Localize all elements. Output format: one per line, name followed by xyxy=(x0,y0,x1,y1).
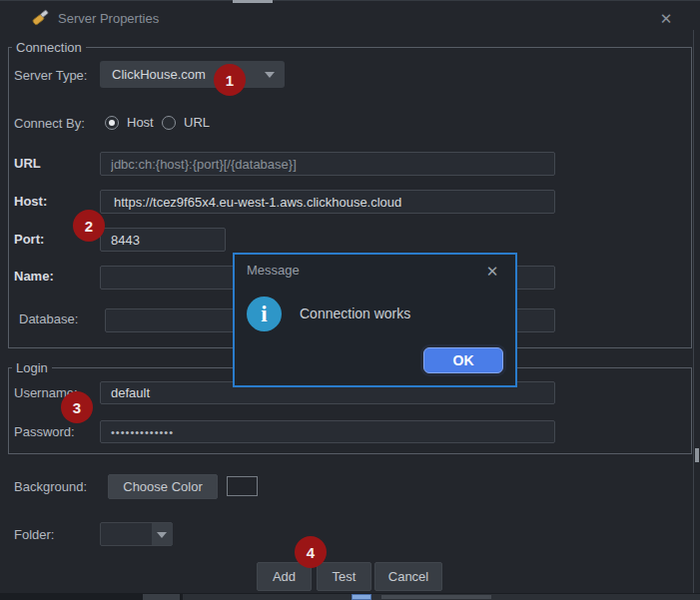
background-window-fragment xyxy=(143,594,180,600)
window-close-icon[interactable]: ✕ xyxy=(657,9,675,29)
database-label: Database: xyxy=(19,309,78,329)
connect-by-radio-host[interactable]: Host xyxy=(105,115,154,130)
server-type-dropdown[interactable]: ClickHouse.com xyxy=(100,61,285,88)
message-dialog-text: Connection works xyxy=(300,304,410,322)
connect-by-radio-url[interactable]: URL xyxy=(162,115,210,130)
server-type-label: Server Type: xyxy=(14,66,87,86)
server-properties-window: Server Properties ✕ Connection Server Ty… xyxy=(0,0,700,600)
host-label: Host: xyxy=(14,192,47,212)
message-dialog: Message ✕ i Connection works OK xyxy=(233,253,517,387)
port-input[interactable] xyxy=(100,228,226,252)
password-label: Password: xyxy=(14,422,75,442)
host-input[interactable] xyxy=(100,190,555,214)
radio-url-label: URL xyxy=(184,115,210,130)
radio-button-url-icon xyxy=(162,116,176,130)
message-dialog-title: Message xyxy=(247,262,300,280)
login-group-label: Login xyxy=(12,360,52,375)
server-properties-icon xyxy=(30,8,50,28)
annotation-badge-4: 4 xyxy=(295,536,327,568)
background-window-top-fragment xyxy=(233,0,273,3)
scrollbar-thumb[interactable] xyxy=(695,448,699,462)
background-label: Background: xyxy=(14,477,87,497)
annotation-badge-2: 2 xyxy=(73,210,105,242)
annotation-badge-1: 1 xyxy=(214,64,246,96)
connect-by-label: Connect By: xyxy=(14,114,85,134)
color-swatch[interactable] xyxy=(227,476,258,496)
radio-host-label: Host xyxy=(127,115,154,130)
ok-button[interactable]: OK xyxy=(423,347,503,373)
radio-button-host-icon xyxy=(105,116,119,130)
port-label: Port: xyxy=(14,230,44,250)
password-input[interactable] xyxy=(100,420,555,443)
window-right-border xyxy=(693,30,694,594)
folder-label: Folder: xyxy=(14,525,54,545)
annotation-badge-3: 3 xyxy=(61,391,93,423)
cancel-button[interactable]: Cancel xyxy=(374,562,442,591)
chevron-down-icon xyxy=(265,72,275,78)
clipped-text-fragment xyxy=(381,595,491,599)
message-dialog-close-icon[interactable]: ✕ xyxy=(483,262,501,282)
name-label: Name: xyxy=(14,267,54,287)
chevron-down-icon xyxy=(157,532,167,538)
background-window-top-edge xyxy=(0,0,700,1)
window-title: Server Properties xyxy=(58,10,159,28)
choose-color-button[interactable]: Choose Color xyxy=(108,474,218,499)
server-type-value: ClickHouse.com xyxy=(112,67,206,82)
url-label: URL xyxy=(14,154,41,174)
test-button[interactable]: Test xyxy=(317,562,371,591)
folder-dropdown[interactable] xyxy=(100,522,173,546)
url-input[interactable] xyxy=(100,152,555,176)
checkbox-icon xyxy=(351,594,371,600)
info-icon: i xyxy=(247,297,282,331)
connection-group-label: Connection xyxy=(12,40,86,55)
